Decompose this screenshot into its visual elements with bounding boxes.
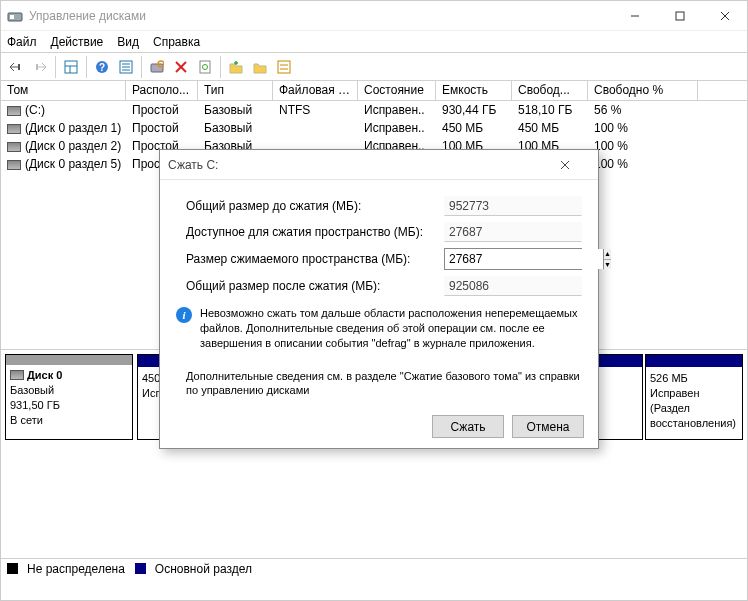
header-fs[interactable]: Файловая с... [273,81,358,100]
menu-help[interactable]: Справка [153,35,200,49]
header-capacity[interactable]: Емкость [436,81,512,100]
info-icon: i [176,307,192,323]
dialog-title: Сжать C: [168,158,218,172]
legend-primary: Основной раздел [155,562,252,576]
delete-button[interactable] [170,56,192,78]
header-layout[interactable]: Располо... [126,81,198,100]
table-row[interactable]: (C:) Простой Базовый NTFS Исправен.. 930… [1,101,747,119]
maximize-button[interactable] [657,1,702,31]
partition-box[interactable]: 526 МБ Исправен (Раздел восстановления) [645,354,743,440]
volume-icon [7,142,21,152]
volume-name: (C:) [25,103,45,117]
svg-rect-8 [65,61,77,73]
cell-free: 518,10 ГБ [512,103,588,117]
cell-freepct: 56 % [588,103,698,117]
partition-status: Исправен (Раздел восстановления) [650,387,736,429]
cell-status: Исправен.. [358,121,436,135]
info-text-1: Невозможно сжать том дальше области расп… [200,306,582,351]
spinner-up-button[interactable]: ▲ [604,249,611,260]
svg-text:?: ? [99,62,105,73]
menu-action[interactable]: Действие [51,35,104,49]
cell-capacity: 930,44 ГБ [436,103,512,117]
details-pane-button[interactable] [60,56,82,78]
total-before-label: Общий размер до сжатия (МБ): [186,199,444,213]
disk-name: Диск 0 [27,369,62,381]
total-after-value: 925086 [444,276,582,296]
disk-icon [10,370,24,380]
cancel-button[interactable]: Отмена [512,415,584,438]
available-shrink-value: 27687 [444,222,582,242]
partition-size: 526 МБ [650,372,688,384]
volume-icon [7,160,21,170]
svg-rect-3 [676,12,684,20]
shrink-amount-input[interactable] [445,249,603,269]
minimize-button[interactable] [612,1,657,31]
dialog-close-button[interactable] [560,160,590,170]
total-before-value: 952773 [444,196,582,216]
header-free[interactable]: Свобод... [512,81,588,100]
menu-view[interactable]: Вид [117,35,139,49]
open-folder-button[interactable] [249,56,271,78]
header-type[interactable]: Тип [198,81,273,100]
app-icon [7,8,23,24]
legend: Не распределена Основной раздел [1,558,747,578]
disk-type: Базовый [10,384,54,396]
cell-type: Базовый [198,103,273,117]
cell-status: Исправен.. [358,103,436,117]
cell-freepct: 100 % [588,139,698,153]
cell-capacity: 450 МБ [436,121,512,135]
cell-freepct: 100 % [588,157,698,171]
svg-rect-6 [18,64,20,70]
info-text-2: Дополнительные сведения см. в разделе "С… [186,369,582,399]
table-row[interactable]: (Диск 0 раздел 1) Простой Базовый Исправ… [1,119,747,137]
total-after-label: Общий размер после сжатия (МБ): [186,279,444,293]
svg-rect-23 [278,61,290,73]
disk-label-box[interactable]: Диск 0 Базовый 931,50 ГБ В сети [5,354,133,440]
examine-button[interactable] [146,56,168,78]
svg-rect-17 [151,64,163,72]
svg-rect-7 [36,64,38,70]
header-status[interactable]: Состояние [358,81,436,100]
header-volume[interactable]: Том [1,81,126,100]
shrink-dialog: Сжать C: Общий размер до сжатия (МБ): 95… [159,149,599,449]
available-shrink-label: Доступное для сжатия пространство (МБ): [186,225,444,239]
spinner-down-button[interactable]: ▼ [604,260,611,270]
close-button[interactable] [702,1,747,31]
shrink-amount-label: Размер сжимаемого пространства (МБ): [186,252,444,266]
cell-free: 450 МБ [512,121,588,135]
svg-rect-1 [10,15,14,19]
view-options-button[interactable] [115,56,137,78]
help-button[interactable]: ? [91,56,113,78]
legend-unallocated: Не распределена [27,562,125,576]
volume-name: (Диск 0 раздел 2) [25,139,121,153]
header-freepct[interactable]: Свободно % [588,81,698,100]
nav-forward-button[interactable] [29,56,51,78]
titlebar: Управление дисками [1,1,747,31]
cell-layout: Простой [126,103,198,117]
volume-icon [7,124,21,134]
volume-icon [7,106,21,116]
list-icon[interactable] [273,56,295,78]
swatch-unallocated [7,563,18,574]
volume-name: (Диск 0 раздел 1) [25,121,121,135]
cell-freepct: 100 % [588,121,698,135]
menu-file[interactable]: Файл [7,35,37,49]
cell-type: Базовый [198,121,273,135]
menubar: Файл Действие Вид Справка [1,31,747,53]
swatch-primary [135,563,146,574]
volume-name: (Диск 0 раздел 5) [25,157,121,171]
shrink-button[interactable]: Сжать [432,415,504,438]
disk-size: 931,50 ГБ [10,399,60,411]
cell-fs: NTFS [273,103,358,117]
cell-layout: Простой [126,121,198,135]
properties-button[interactable] [194,56,216,78]
disk-status: В сети [10,414,43,426]
nav-back-button[interactable] [5,56,27,78]
shrink-amount-spinner[interactable]: ▲ ▼ [444,248,582,270]
new-folder-button[interactable] [225,56,247,78]
svg-rect-21 [200,61,210,73]
volume-table-header: Том Располо... Тип Файловая с... Состоян… [1,81,747,101]
window-title: Управление дисками [29,9,612,23]
toolbar: ? [1,53,747,81]
dialog-titlebar: Сжать C: [160,150,598,180]
